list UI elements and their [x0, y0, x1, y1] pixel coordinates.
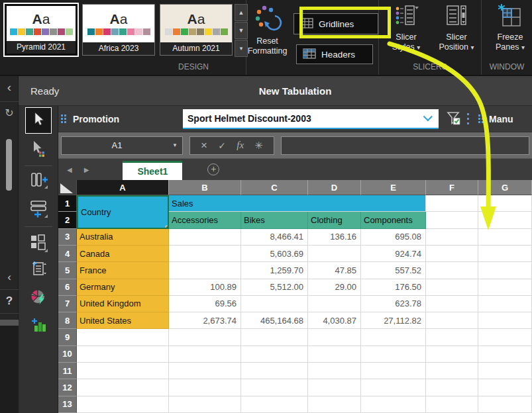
empty-cell[interactable]	[426, 396, 478, 413]
layout-blocks-tool-button[interactable]	[28, 233, 48, 255]
column-header-d[interactable]: D	[308, 180, 361, 195]
add-list-tool-button[interactable]	[28, 258, 48, 281]
name-box[interactable]: A1 ▼	[61, 136, 183, 155]
theme-card-pyramid[interactable]: Aa Pyramid 2021	[5, 4, 78, 56]
value-cell[interactable]	[308, 246, 361, 262]
empty-cell[interactable]	[426, 229, 478, 246]
insert-function-button[interactable]: fx	[237, 140, 244, 151]
empty-cell[interactable]	[241, 363, 308, 379]
empty-cell[interactable]	[426, 212, 478, 228]
value-cell[interactable]: 557.52	[361, 262, 426, 279]
category-header-cell[interactable]: Components	[361, 212, 426, 228]
column-header-b[interactable]: B	[169, 180, 241, 195]
reset-formatting-button[interactable]: Reset Formatting	[246, 0, 288, 56]
name-box-arrow-icon[interactable]: ▼	[172, 142, 182, 148]
empty-cell[interactable]	[478, 195, 532, 212]
drag-handle-icon[interactable]	[478, 115, 484, 123]
empty-cell[interactable]	[77, 396, 169, 413]
empty-cell[interactable]	[478, 312, 532, 329]
empty-cell[interactable]	[308, 329, 361, 345]
value-cell[interactable]: 924.74	[361, 246, 426, 262]
value-cell[interactable]: 176.50	[361, 279, 426, 296]
row-header-5[interactable]: 5	[58, 262, 77, 279]
empty-cell[interactable]	[426, 379, 478, 396]
row-header-1[interactable]: 1	[58, 195, 77, 212]
headers-button[interactable]: Headers	[296, 44, 373, 64]
empty-cell[interactable]	[478, 396, 532, 413]
gallery-scroll-up-button[interactable]: ▲	[235, 4, 248, 21]
freeze-panes-button[interactable]: Freeze Panes ▾	[488, 0, 532, 52]
empty-cell[interactable]	[426, 296, 478, 312]
country-cell[interactable]: Germany	[77, 279, 169, 296]
help-button[interactable]: ?	[0, 295, 19, 308]
row-header-12[interactable]: 12	[58, 379, 77, 396]
filter-applied-icon[interactable]	[445, 110, 461, 128]
slicer-position-button[interactable]: Slicer Position ▾	[433, 0, 480, 52]
value-cell[interactable]: 623.78	[361, 296, 426, 312]
value-cell[interactable]: 29.00	[308, 279, 361, 296]
value-cell[interactable]: 1,259.70	[241, 262, 308, 279]
confirm-entry-button[interactable]: ✓	[218, 140, 226, 151]
empty-cell[interactable]	[426, 195, 478, 212]
drag-handle-icon[interactable]	[61, 115, 66, 123]
select-all-corner[interactable]	[58, 180, 77, 195]
empty-cell[interactable]	[241, 396, 308, 413]
collapse-lower-button[interactable]: ‹	[0, 271, 19, 284]
refresh-button[interactable]: ↻	[0, 107, 19, 119]
column-header-e[interactable]: E	[361, 180, 426, 195]
value-cell[interactable]: 100.89	[169, 279, 241, 296]
empty-cell[interactable]	[426, 329, 478, 345]
empty-cell[interactable]	[308, 396, 361, 413]
empty-cell[interactable]	[426, 279, 478, 296]
country-cell[interactable]: Canada	[77, 246, 169, 262]
empty-cell[interactable]	[478, 346, 532, 363]
column-header-f[interactable]: F	[426, 180, 478, 195]
empty-cell[interactable]	[478, 246, 532, 262]
empty-cell[interactable]	[361, 363, 426, 379]
empty-cell[interactable]	[77, 363, 169, 379]
empty-cell[interactable]	[478, 212, 532, 228]
empty-cell[interactable]	[478, 229, 532, 246]
empty-cell[interactable]	[426, 312, 478, 329]
sheet-tab-active[interactable]: Sheet1	[123, 161, 182, 180]
value-cell[interactable]	[169, 229, 241, 246]
row-header-13[interactable]: 13	[58, 396, 77, 413]
pie-chart-tool-button[interactable]	[29, 287, 48, 308]
empty-cell[interactable]	[478, 329, 532, 345]
empty-cell[interactable]	[77, 346, 169, 363]
collapse-panel-button[interactable]: ‹	[0, 80, 19, 95]
empty-cell[interactable]	[241, 329, 308, 345]
empty-cell[interactable]	[361, 379, 426, 396]
category-header-cell[interactable]: Accessories	[169, 212, 241, 228]
country-cell[interactable]: France	[77, 262, 169, 279]
value-cell[interactable]: 69.56	[169, 296, 241, 312]
gallery-scroll-down-button[interactable]: ▼	[235, 22, 248, 39]
row-header-10[interactable]: 10	[58, 346, 77, 363]
row-header-7[interactable]: 7	[58, 296, 77, 312]
empty-cell[interactable]	[169, 329, 241, 345]
empty-cell[interactable]	[308, 363, 361, 379]
group-header-cell[interactable]: Sales	[169, 195, 426, 212]
value-cell[interactable]	[241, 296, 308, 312]
empty-cell[interactable]	[478, 379, 532, 396]
panel-scrollbar-thumb[interactable]	[6, 139, 12, 191]
value-cell[interactable]	[169, 246, 241, 262]
empty-cell[interactable]	[426, 363, 478, 379]
value-cell[interactable]: 4,030.87	[308, 312, 361, 329]
next-sheet-button[interactable]: ▶	[78, 166, 95, 173]
empty-cell[interactable]	[361, 396, 426, 413]
country-cell[interactable]: Australia	[77, 229, 169, 246]
merged-title-cell[interactable]: Country	[77, 195, 169, 229]
empty-cell[interactable]	[77, 329, 169, 345]
value-cell[interactable]: 27,112.82	[361, 312, 426, 329]
value-cell[interactable]: 5,512.00	[241, 279, 308, 296]
row-header-6[interactable]: 6	[58, 279, 77, 296]
empty-cell[interactable]	[169, 379, 241, 396]
gallery-more-button[interactable]: ▾	[235, 40, 248, 57]
row-header-3[interactable]: 3	[58, 229, 77, 246]
value-cell[interactable]: 2,673.74	[169, 312, 241, 329]
empty-cell[interactable]	[478, 279, 532, 296]
empty-cell[interactable]	[478, 363, 532, 379]
cancel-entry-button[interactable]: ×	[201, 139, 207, 152]
select-tool-button[interactable]	[25, 107, 52, 134]
